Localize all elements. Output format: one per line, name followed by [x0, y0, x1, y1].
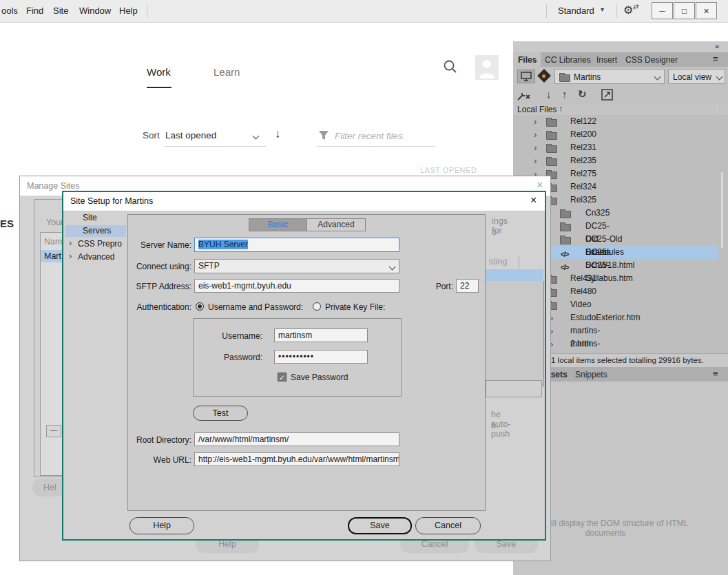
- filter-input[interactable]: Filter recent files: [335, 131, 403, 141]
- tab-snippets[interactable]: Snippets: [575, 370, 607, 379]
- tree-item-label: Rel231: [570, 141, 596, 154]
- private-key-radio[interactable]: [313, 302, 321, 311]
- tree-scrollbar[interactable]: [721, 172, 723, 248]
- tab-css-designer[interactable]: CSS Designer: [625, 55, 678, 65]
- tab-work[interactable]: Work: [147, 66, 171, 78]
- close-button[interactable]: ×: [696, 2, 717, 19]
- tree-item-label: Rel431: [570, 272, 596, 285]
- put-files-icon[interactable]: ↑: [562, 88, 568, 100]
- server-name-selected-text: BYUH Server: [198, 240, 248, 249]
- view-dropdown-chevron-icon: [716, 74, 723, 81]
- site-dropdown-value: Martins: [574, 72, 601, 82]
- menu-item-help[interactable]: Help: [119, 6, 138, 16]
- sync-settings-gear-icon[interactable]: ⚙: [623, 3, 633, 17]
- save-password-label[interactable]: Save Password: [291, 373, 348, 382]
- username-password-radio-label[interactable]: Username and Password:: [208, 302, 303, 312]
- expand-chevron-icon[interactable]: ›: [534, 141, 537, 154]
- sidebar-item-css-preprocessors[interactable]: CSS Prepro: [78, 239, 122, 249]
- password-input[interactable]: ••••••••••: [274, 350, 368, 364]
- minimize-button[interactable]: ─: [652, 2, 673, 19]
- tree-item-label: EstudoExterior.htm: [570, 311, 640, 324]
- sort-dropdown[interactable]: Last opened: [165, 130, 216, 140]
- site-dropdown[interactable]: Martins: [554, 69, 665, 84]
- menu-item-window[interactable]: Window: [79, 6, 111, 16]
- search-icon[interactable]: [443, 59, 458, 74]
- tab-advanced[interactable]: Advanced: [307, 218, 366, 231]
- expand-panel-icon[interactable]: [601, 89, 613, 101]
- tab-basic[interactable]: Basic: [249, 218, 307, 231]
- tree-column-header[interactable]: Local Files ↑: [513, 104, 728, 116]
- save-button[interactable]: Save: [348, 517, 412, 534]
- help-button[interactable]: Help: [129, 517, 194, 534]
- connect-using-select[interactable]: SFTP: [194, 259, 399, 273]
- expand-chevron-icon[interactable]: ›: [534, 154, 537, 167]
- site-setup-close-icon[interactable]: ×: [530, 194, 537, 207]
- username-password-radio[interactable]: [196, 302, 204, 311]
- sidebar-item-site[interactable]: Site: [83, 213, 97, 222]
- view-dropdown[interactable]: Local view: [668, 69, 725, 84]
- recent-files-column-header: LAST OPENED: [420, 166, 477, 174]
- port-input[interactable]: 22: [456, 279, 479, 293]
- menu-item-tools[interactable]: ools: [1, 6, 18, 16]
- workspace-caret-icon[interactable]: ▾: [601, 6, 604, 13]
- username-input[interactable]: martinsm: [274, 328, 368, 342]
- web-url-value: http://eis-web1-mgmt.byuh.edu/var/www/ht…: [198, 454, 399, 464]
- get-files-icon[interactable]: ↓: [546, 88, 552, 100]
- test-button[interactable]: Test: [193, 406, 248, 421]
- sidebar-chevron-icon[interactable]: ›: [69, 238, 72, 248]
- authentication-label: Authentication:: [128, 302, 191, 312]
- menu-bar: ools Find Site Window Help Standard ▾ ⚙ …: [0, 0, 728, 23]
- avatar[interactable]: [475, 55, 499, 80]
- server-name-input[interactable]: BYUH Server: [194, 238, 399, 252]
- tree-item-label: Rel275: [570, 167, 596, 180]
- show-site-files-button[interactable]: [517, 70, 535, 83]
- remove-site-button[interactable]: —: [46, 425, 61, 437]
- site-dropdown-chevron-icon: [654, 74, 661, 81]
- cancel-label: Cancel: [435, 521, 461, 530]
- sidebar-item-advanced[interactable]: Advanced: [78, 252, 114, 262]
- root-directory-input[interactable]: /var/www/html/martinsm/: [194, 432, 399, 446]
- collapse-panels-icon[interactable]: »: [715, 42, 719, 50]
- sidebar-item-servers[interactable]: Servers: [65, 225, 126, 237]
- sync-arrows-icon[interactable]: ⇄: [633, 3, 638, 10]
- password-value: ••••••••••: [278, 352, 314, 362]
- tab-cc-libraries[interactable]: CC Libraries: [545, 55, 591, 65]
- menu-divider: [616, 4, 617, 18]
- web-url-input[interactable]: http://eis-web1-mgmt.byuh.edu/var/www/ht…: [194, 452, 399, 466]
- save-password-checkbox[interactable]: ✓: [278, 373, 287, 381]
- tree-item-label: Rel235: [570, 154, 596, 167]
- panel-menu-icon[interactable]: ≡: [713, 54, 718, 64]
- help-label: Help: [153, 521, 171, 530]
- menu-item-site[interactable]: Site: [53, 6, 68, 16]
- port-value: 22: [460, 281, 469, 291]
- help-partial-label: Hel: [43, 483, 56, 492]
- tab-files[interactable]: Files: [518, 55, 537, 65]
- tab-learn[interactable]: Learn: [214, 66, 240, 78]
- files-panel-controls: Martins Local view: [513, 67, 728, 86]
- root-directory-value: /var/www/html/martinsm/: [198, 435, 289, 444]
- maximize-button[interactable]: □: [674, 2, 695, 19]
- tab-insert[interactable]: Insert: [596, 55, 617, 65]
- connect-server-icon[interactable]: [517, 89, 532, 101]
- folder-icon: [560, 224, 571, 231]
- tree-item-label: Rel325: [570, 194, 596, 207]
- cancel-button[interactable]: Cancel: [415, 517, 481, 534]
- connect-using-label: Connect using:: [128, 262, 191, 271]
- basic-tab-label: Basic: [268, 220, 288, 229]
- sort-direction-icon[interactable]: ↓: [275, 127, 281, 141]
- private-key-radio-label[interactable]: Private Key File:: [325, 302, 385, 312]
- workspace-switcher[interactable]: Standard: [558, 6, 594, 16]
- refresh-icon[interactable]: ↻: [578, 88, 587, 101]
- expand-chevron-icon[interactable]: ›: [534, 128, 537, 141]
- local-files-header: Local Files: [517, 105, 557, 114]
- sidebar-chevron-icon[interactable]: ›: [69, 251, 72, 261]
- menu-item-find[interactable]: Find: [26, 6, 43, 16]
- panel-menu-icon[interactable]: ≡: [713, 368, 718, 379]
- minus-icon: —: [50, 426, 57, 434]
- web-url-label: Web URL:: [128, 455, 191, 465]
- sftp-address-value: eis-web1-mgmt.byuh.edu: [198, 281, 291, 291]
- site-setup-titlebar[interactable]: Site Setup for Martins ×: [63, 192, 545, 211]
- sftp-address-input[interactable]: eis-web1-mgmt.byuh.edu: [194, 279, 399, 293]
- manage-sites-close-icon[interactable]: ×: [537, 179, 543, 191]
- expand-chevron-icon[interactable]: ›: [534, 115, 537, 128]
